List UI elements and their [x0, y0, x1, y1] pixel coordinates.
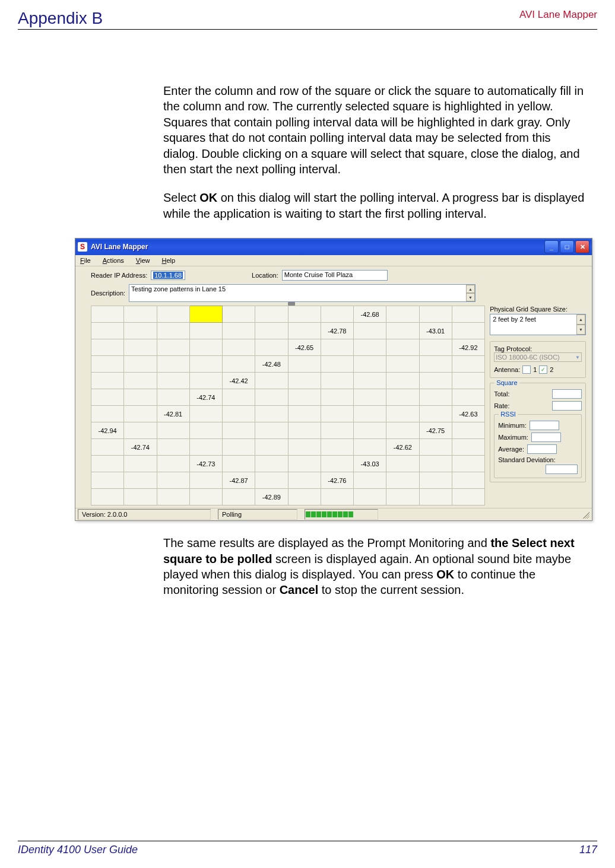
grid-cell[interactable]: -42.75: [419, 422, 452, 439]
grid-cell[interactable]: [157, 339, 189, 356]
grid-cell[interactable]: [189, 489, 222, 505]
grid-cell[interactable]: [91, 373, 124, 389]
chevron-down-icon[interactable]: ▼: [576, 325, 585, 335]
grid-cell[interactable]: [386, 422, 419, 439]
antenna-2-checkbox[interactable]: ✓: [539, 365, 547, 374]
grid-cell[interactable]: [419, 339, 452, 356]
grid-cell[interactable]: [321, 489, 353, 505]
grid-cell[interactable]: [157, 456, 189, 472]
grid-cell[interactable]: [288, 389, 321, 406]
grid-cell[interactable]: [91, 439, 124, 456]
grid-cell[interactable]: [223, 389, 255, 406]
grid-cell[interactable]: -42.74: [124, 439, 157, 456]
grid-cell[interactable]: [354, 373, 386, 389]
titlebar[interactable]: S AVI Lane Mapper _ □ ✕: [75, 239, 592, 255]
grid-cell[interactable]: [288, 472, 321, 489]
grid-cell[interactable]: [288, 356, 321, 373]
grid-cell[interactable]: [321, 456, 353, 472]
grid-cell[interactable]: [354, 489, 386, 505]
grid-cell[interactable]: [124, 306, 157, 323]
grid-cell[interactable]: [223, 456, 255, 472]
grid-cell[interactable]: [354, 356, 386, 373]
grid-cell[interactable]: [157, 323, 189, 339]
grid-cell[interactable]: -42.74: [189, 389, 222, 406]
chevron-up-icon[interactable]: ▲: [466, 285, 475, 293]
grid-cell[interactable]: [189, 356, 222, 373]
grid-cell[interactable]: [124, 456, 157, 472]
grid-cell[interactable]: -42.87: [223, 472, 255, 489]
grid-cell[interactable]: [354, 439, 386, 456]
grid-cell[interactable]: [419, 406, 452, 422]
grid-cell[interactable]: [321, 356, 353, 373]
grid-cell[interactable]: [386, 456, 419, 472]
grid-cell[interactable]: [157, 373, 189, 389]
grid-cell[interactable]: [321, 406, 353, 422]
grid-cell[interactable]: [386, 306, 419, 323]
grid-cell[interactable]: [157, 422, 189, 439]
grid-cell[interactable]: [321, 339, 353, 356]
grid-cell[interactable]: [223, 356, 255, 373]
grid-cell[interactable]: [255, 439, 288, 456]
grid-cell[interactable]: [386, 472, 419, 489]
grid-cell[interactable]: -42.73: [189, 456, 222, 472]
grid-cell[interactable]: -42.76: [321, 472, 353, 489]
grid-cell[interactable]: [223, 323, 255, 339]
grid-cell[interactable]: [452, 472, 484, 489]
grid-cell[interactable]: -42.81: [157, 406, 189, 422]
grid-cell[interactable]: [452, 422, 484, 439]
grid-cell[interactable]: [124, 406, 157, 422]
grid-cell[interactable]: -42.92: [452, 339, 484, 356]
grid-cell[interactable]: [91, 356, 124, 373]
grid-cell[interactable]: [255, 373, 288, 389]
grid-cell[interactable]: [419, 439, 452, 456]
description-input[interactable]: Testing zone patterns in Lane 15 ▲ ▼: [129, 284, 475, 302]
grid-cell[interactable]: [321, 389, 353, 406]
grid-cell[interactable]: [91, 406, 124, 422]
grid-cell[interactable]: [124, 339, 157, 356]
grid-cell[interactable]: [157, 389, 189, 406]
chevron-down-icon[interactable]: ▼: [466, 293, 475, 301]
grid-cell[interactable]: [452, 323, 484, 339]
grid-cell[interactable]: [419, 389, 452, 406]
menu-help[interactable]: Help: [162, 257, 176, 264]
grid-cell[interactable]: -42.94: [91, 422, 124, 439]
grid-cell[interactable]: [419, 472, 452, 489]
grid-cell[interactable]: [386, 406, 419, 422]
grid-cell[interactable]: [157, 356, 189, 373]
maximize-button[interactable]: □: [560, 240, 574, 253]
grid-cell[interactable]: [288, 456, 321, 472]
grid-cell[interactable]: [288, 439, 321, 456]
menu-view[interactable]: View: [136, 257, 150, 264]
grid-cell[interactable]: [386, 489, 419, 505]
grid-cell[interactable]: [157, 472, 189, 489]
grid-cell[interactable]: [288, 489, 321, 505]
grid-cell[interactable]: [452, 306, 484, 323]
grid-cell[interactable]: [386, 339, 419, 356]
phys-size-input[interactable]: 2 feet by 2 feet ▲ ▼: [490, 314, 586, 335]
polling-grid[interactable]: -42.68-42.78-43.01-42.65-42.92-42.48-42.…: [91, 306, 485, 505]
grid-cell[interactable]: [124, 356, 157, 373]
grid-cell[interactable]: [223, 339, 255, 356]
reader-ip-input[interactable]: 10.1.1.68: [151, 271, 185, 280]
grid-cell[interactable]: [189, 373, 222, 389]
grid-cell[interactable]: -43.03: [354, 456, 386, 472]
grid-cell[interactable]: [255, 339, 288, 356]
grid-cell[interactable]: [189, 439, 222, 456]
grid-cell[interactable]: [321, 422, 353, 439]
grid-cell[interactable]: [223, 306, 255, 323]
grid-cell[interactable]: [255, 456, 288, 472]
minimize-button[interactable]: _: [544, 240, 559, 253]
grid-cell[interactable]: [321, 306, 353, 323]
grid-cell[interactable]: [124, 323, 157, 339]
grid-cell[interactable]: [91, 472, 124, 489]
grid-cell[interactable]: [354, 422, 386, 439]
grid-cell[interactable]: [91, 306, 124, 323]
grid-cell[interactable]: [419, 489, 452, 505]
grid-cell[interactable]: [223, 422, 255, 439]
grid-split-handle[interactable]: [288, 302, 295, 306]
grid-cell[interactable]: [255, 389, 288, 406]
resize-grip-icon[interactable]: [581, 510, 589, 519]
grid-cell[interactable]: [124, 422, 157, 439]
grid-cell[interactable]: [452, 489, 484, 505]
grid-cell[interactable]: [91, 489, 124, 505]
